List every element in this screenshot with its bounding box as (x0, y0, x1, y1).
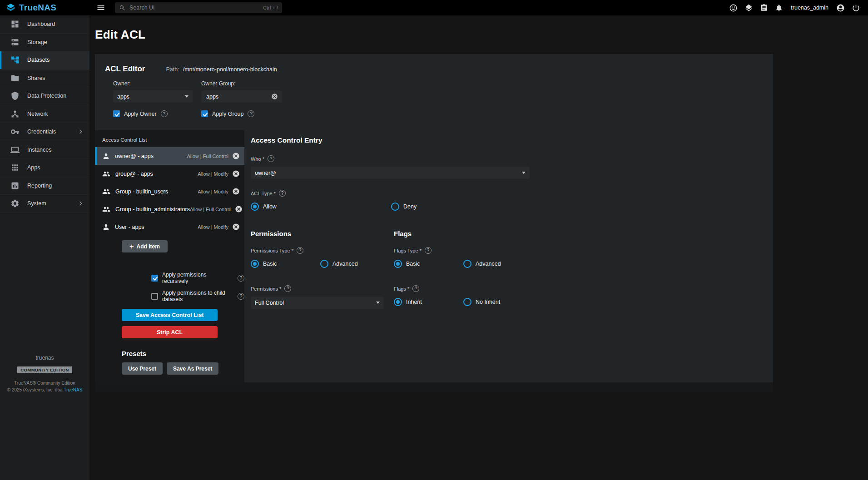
caret-down-icon (185, 95, 188, 98)
acl-options: Apply permissions recursively ? Apply pe… (151, 272, 244, 302)
flags-section: Flags Flags Type * ? Basic (394, 230, 764, 309)
menu-toggle-icon[interactable] (96, 3, 105, 12)
acl-entry-row[interactable]: User - apps Allow | Modify (95, 218, 244, 236)
acl-entry-row[interactable]: group@ - apps Allow | Modify (95, 165, 244, 183)
permissions-select[interactable]: Full Control (251, 297, 384, 309)
truenas-logo[interactable]: TrueNAS (0, 3, 89, 13)
flags-basic-radio[interactable] (394, 260, 402, 268)
add-item-label: Add Item (137, 243, 160, 250)
clear-input-icon[interactable] (271, 93, 278, 100)
sidebar-item-reporting[interactable]: Reporting (0, 177, 89, 195)
sidebar-item-system[interactable]: System (0, 195, 89, 213)
help-icon[interactable]: ? (238, 275, 244, 282)
apply-group-checkbox[interactable] (201, 110, 208, 117)
owner-label: Owner: (113, 80, 193, 87)
owner-select[interactable]: apps (113, 90, 193, 103)
sidebar-footer: truenas COMMUNITY EDITION TrueNAS® Commu… (0, 355, 89, 392)
edition-badge: COMMUNITY EDITION (17, 366, 72, 373)
add-item-button[interactable]: + Add Item (122, 240, 168, 252)
help-icon[interactable]: ? (238, 293, 244, 300)
feedback-smiley-icon[interactable] (729, 4, 738, 12)
acl-entry-permission: Allow | Full Control (187, 153, 229, 159)
acl-entry-permission: Allow | Modify (198, 189, 228, 194)
remove-entry-icon[interactable] (235, 205, 243, 213)
strip-acl-button[interactable]: Strip ACL (122, 326, 218, 338)
acl-entry-row[interactable]: Group - builtin_users Allow | Modify (95, 183, 244, 200)
acl-entry-permission: Allow | Modify (198, 171, 228, 177)
key-icon (10, 127, 20, 136)
search-input[interactable] (129, 4, 260, 11)
acl-entry-permission: Allow | Modify (198, 224, 228, 230)
acl-entry-label: Group - builtin_administrators (115, 206, 190, 213)
jobs-layers-icon[interactable] (744, 4, 753, 12)
power-icon[interactable] (852, 4, 860, 12)
save-acl-button[interactable]: Save Access Control List (122, 309, 218, 321)
acl-type-radios: Allow Deny (251, 203, 764, 211)
copyright-text: © 2025 iXsystems, Inc. dba (7, 387, 63, 392)
owner-group-input-wrap (201, 90, 282, 103)
tasks-clipboard-icon[interactable] (760, 4, 768, 12)
remove-entry-icon[interactable] (232, 223, 240, 231)
advanced-label: Advanced (332, 261, 358, 267)
flags-advanced-radio[interactable] (463, 260, 471, 268)
owner-group-input[interactable] (205, 93, 271, 100)
sidebar-item-datasets[interactable]: Datasets (0, 51, 89, 69)
path-value: /mnt/monero-pool/monero-blockchain (183, 66, 277, 73)
bar-chart-icon (10, 181, 20, 190)
permissions-type-label-row: Permissions Type * ? (251, 247, 394, 254)
deny-radio[interactable] (391, 203, 399, 211)
global-search[interactable]: Ctrl + / (115, 2, 282, 13)
sidebar-item-data-protection[interactable]: Data Protection (0, 87, 89, 105)
acl-type-label: ACL Type * (251, 191, 276, 196)
who-select-value: owner@ (255, 170, 276, 176)
recursive-row: Apply permissions recursively ? (151, 272, 244, 284)
permissions-heading: Permissions (251, 230, 394, 238)
owner-group-field: Owner Group: (201, 80, 282, 103)
remove-entry-icon[interactable] (232, 188, 240, 195)
apply-recursively-label: Apply permissions recursively (162, 272, 233, 284)
sidebar-item-label: Dashboard (27, 21, 55, 27)
remove-entry-icon[interactable] (232, 170, 240, 178)
help-icon[interactable]: ? (279, 190, 286, 197)
use-preset-button[interactable]: Use Preset (122, 362, 163, 375)
owner-select-value: apps (117, 94, 129, 100)
sidebar-item-credentials[interactable]: Credentials (0, 123, 89, 141)
help-icon[interactable]: ? (412, 285, 419, 292)
acl-entry-row[interactable]: Group - builtin_administrators Allow | F… (95, 200, 244, 218)
sidebar-item-apps[interactable]: Apps (0, 159, 89, 177)
sidebar-item-shares[interactable]: Shares (0, 69, 89, 88)
no-inherit-radio[interactable] (463, 298, 471, 306)
apply-owner-checkbox[interactable] (113, 110, 120, 117)
storage-icon (10, 38, 20, 47)
help-icon[interactable]: ? (248, 110, 254, 117)
group-icon (102, 170, 110, 178)
network-hub-icon (10, 109, 20, 119)
help-icon[interactable]: ? (161, 110, 168, 117)
sidebar-item-dashboard[interactable]: Dashboard (0, 15, 89, 34)
help-icon[interactable]: ? (297, 247, 303, 254)
help-icon[interactable]: ? (284, 285, 291, 292)
who-select[interactable]: owner@ (251, 167, 530, 179)
access-control-entry-panel: Access Control Entry Who * ? owner@ ACL … (244, 130, 773, 382)
allow-radio[interactable] (251, 203, 259, 211)
account-avatar-icon[interactable] (836, 4, 845, 12)
inherit-radio[interactable] (394, 298, 402, 306)
notifications-bell-icon[interactable] (775, 4, 783, 12)
sidebar-item-storage[interactable]: Storage (0, 34, 89, 52)
apply-to-children-checkbox[interactable] (151, 293, 158, 300)
shares-folder-icon (10, 74, 20, 83)
sidebar-item-instances[interactable]: Instances (0, 141, 89, 159)
save-as-preset-button[interactable]: Save As Preset (167, 362, 218, 375)
flags-type-radios: Basic Advanced (394, 260, 764, 268)
sidebar-item-network[interactable]: Network (0, 105, 89, 124)
remove-entry-icon[interactable] (232, 152, 240, 160)
help-icon[interactable]: ? (425, 247, 432, 254)
acl-entry-row[interactable]: owner@ - apps Allow | Full Control (95, 147, 244, 165)
permissions-advanced-radio[interactable] (320, 260, 328, 268)
copyright-brand-link[interactable]: TrueNAS (64, 387, 83, 392)
app-root: TrueNAS Ctrl + / truenas_admi (0, 0, 868, 480)
help-icon[interactable]: ? (268, 155, 274, 162)
apply-recursively-checkbox[interactable] (151, 275, 158, 282)
sidebar-item-label: Datasets (27, 57, 50, 63)
permissions-basic-radio[interactable] (251, 260, 259, 268)
